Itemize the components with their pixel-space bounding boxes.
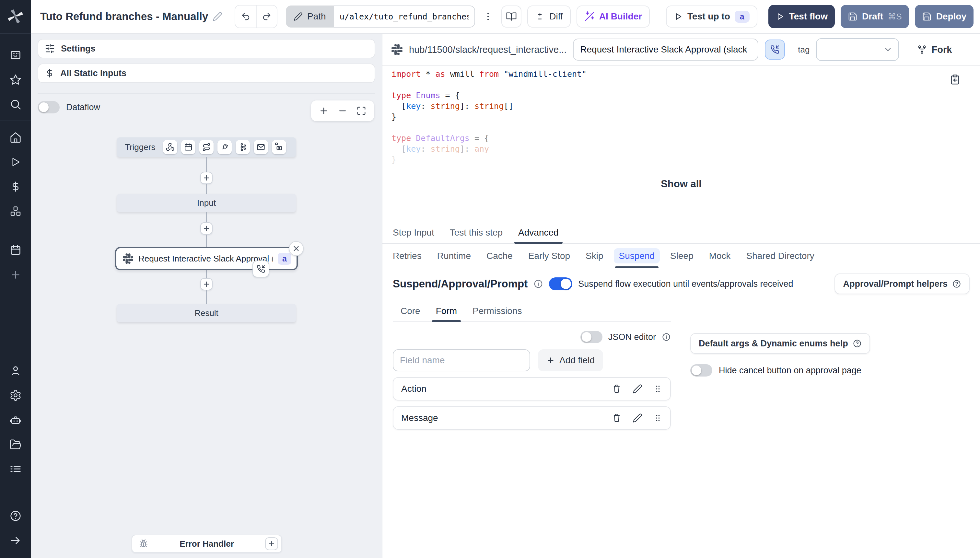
step-summary-input[interactable] (573, 39, 758, 61)
workers-icon[interactable] (0, 408, 31, 432)
path-input[interactable] (334, 5, 475, 28)
users-icon[interactable] (0, 358, 31, 383)
test-up-to-button[interactable]: Test up to a (666, 5, 757, 28)
tab-skip[interactable]: Skip (578, 245, 611, 268)
kafka-icon[interactable] (236, 140, 250, 154)
poll-icon[interactable] (272, 140, 286, 154)
apps-icon[interactable] (0, 43, 31, 67)
triggers-node[interactable]: Triggers (117, 138, 296, 157)
test-flow-button[interactable]: Test flow (768, 5, 835, 28)
expand-sidebar-icon[interactable] (0, 528, 31, 553)
add-step-after-button[interactable] (200, 278, 213, 290)
tab-sleep[interactable]: Sleep (662, 245, 701, 268)
all-static-inputs-button[interactable]: All Static Inputs (38, 64, 375, 83)
delete-field-icon[interactable] (612, 384, 622, 394)
home-icon[interactable] (0, 125, 31, 150)
undo-button[interactable] (235, 5, 256, 28)
path-button[interactable]: Path (286, 5, 334, 28)
clipboard-paste-icon[interactable] (950, 74, 960, 85)
show-all-button[interactable]: Show all (382, 177, 980, 190)
tab-early-stop[interactable]: Early Stop (520, 245, 578, 268)
create-icon[interactable] (0, 263, 31, 287)
add-field-row: Add field (393, 349, 671, 371)
schedule-icon[interactable] (181, 140, 195, 154)
remove-step-button[interactable] (289, 241, 304, 256)
field-label: Action (401, 384, 612, 394)
resources-icon[interactable] (0, 199, 31, 223)
result-node[interactable]: Result (117, 304, 296, 322)
suspend-phone-indicator[interactable] (765, 39, 785, 60)
runs-icon[interactable] (0, 150, 31, 174)
tab-runtime[interactable]: Runtime (429, 245, 479, 268)
tab-shared-directory[interactable]: Shared Directory (739, 245, 822, 268)
tab-retries[interactable]: Retries (385, 245, 429, 268)
code-editor[interactable]: import * as wmill from "windmill-client"… (382, 66, 980, 177)
delete-field-icon[interactable] (612, 413, 622, 423)
error-handler-node[interactable]: Error Handler (131, 535, 282, 553)
slack-approval-step-node[interactable]: Request Interactive Slack Approval (... … (115, 247, 298, 270)
form-field-row[interactable]: Message (393, 406, 671, 430)
hub-script-path[interactable]: hub/11500/slack/request_interactive... (409, 44, 566, 55)
add-step-before-button[interactable] (200, 222, 213, 235)
approval-prompt-helpers-button[interactable]: Approval/Prompt helpers (834, 274, 970, 294)
code-line (391, 79, 980, 90)
docs-button[interactable] (501, 5, 522, 28)
edit-field-icon[interactable] (633, 413, 642, 423)
info-icon[interactable] (662, 333, 671, 341)
email-icon[interactable] (254, 140, 268, 154)
input-node[interactable]: Input (117, 194, 296, 212)
suspend-enable-toggle[interactable] (549, 277, 572, 290)
fork-button[interactable]: Fork (913, 44, 956, 56)
settings-icon[interactable] (0, 383, 31, 408)
fit-view-icon[interactable] (356, 106, 366, 116)
tab-advanced[interactable]: Advanced (511, 223, 566, 243)
phone-incoming-icon[interactable] (253, 261, 269, 277)
schedules-icon[interactable] (0, 238, 31, 263)
info-icon[interactable] (534, 279, 543, 289)
webhook-icon[interactable] (163, 140, 177, 154)
draft-button[interactable]: Draft ⌘S (840, 5, 909, 28)
add-error-handler-button[interactable] (265, 537, 278, 550)
tab-suspend[interactable]: Suspend (611, 245, 663, 268)
more-options-button[interactable] (481, 5, 496, 28)
dataflow-toggle[interactable] (38, 101, 60, 113)
edit-title-icon[interactable] (213, 11, 222, 21)
variables-icon[interactable] (0, 174, 31, 199)
search-icon[interactable] (0, 92, 31, 117)
windmill-flow-editor: Tuto Refund branches - Manually Path (0, 0, 980, 558)
drag-handle-icon[interactable] (653, 384, 662, 393)
slack-icon (123, 253, 133, 264)
edit-field-icon[interactable] (633, 384, 642, 394)
tab-cache[interactable]: Cache (479, 245, 520, 268)
form-field-row[interactable]: Action (393, 377, 671, 400)
tab-step-input[interactable]: Step Input (385, 223, 442, 243)
windmill-logo[interactable] (0, 0, 31, 34)
websocket-icon[interactable] (217, 140, 232, 154)
flow-settings-button[interactable]: Settings (38, 39, 375, 58)
tab-permissions[interactable]: Permissions (465, 303, 530, 322)
tab-form[interactable]: Form (428, 303, 465, 322)
hide-cancel-toggle[interactable] (690, 364, 712, 377)
logs-icon[interactable] (0, 457, 31, 481)
add-step-top-button[interactable] (200, 172, 213, 184)
help-icon[interactable] (0, 504, 31, 528)
tag-select[interactable] (816, 38, 899, 61)
folders-icon[interactable] (0, 432, 31, 457)
tab-mock[interactable]: Mock (701, 245, 739, 268)
redo-button[interactable] (256, 5, 277, 28)
field-name-input[interactable] (393, 349, 530, 371)
add-field-button[interactable]: Add field (538, 349, 603, 371)
zoom-out-icon[interactable] (338, 106, 347, 116)
json-editor-toggle[interactable] (580, 331, 602, 343)
route-icon[interactable] (199, 140, 213, 154)
zoom-in-icon[interactable] (319, 106, 328, 116)
suspend-heading: Suspend/Approval/Prompt (393, 278, 528, 290)
drag-handle-icon[interactable] (653, 414, 662, 423)
favorites-icon[interactable] (0, 67, 31, 92)
deploy-button[interactable]: Deploy (915, 5, 973, 28)
diff-button[interactable]: Diff (527, 5, 571, 28)
default-args-help-button[interactable]: Default args & Dynamic enums help (690, 333, 870, 354)
tab-core[interactable]: Core (393, 303, 428, 322)
tab-test-this-step[interactable]: Test this step (442, 223, 511, 243)
ai-builder-button[interactable]: AI Builder (576, 5, 650, 28)
